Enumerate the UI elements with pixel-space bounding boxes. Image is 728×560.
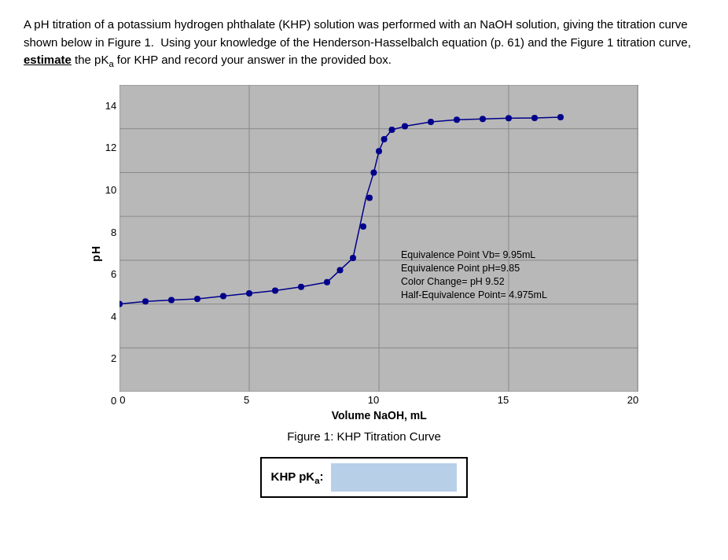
y-axis-label: pH: [90, 245, 102, 262]
svg-text:Half-Equivalence Point= 4.975m: Half-Equivalence Point= 4.975mL: [401, 289, 547, 300]
answer-label: KHP pKa:: [271, 470, 324, 485]
titration-chart: Equivalence Point Vb= 9.95mL Equivalence…: [119, 85, 638, 392]
y-axis-ticks: 14 12 10 8 6 4 2 0: [105, 100, 119, 407]
svg-point-16: [142, 298, 149, 304]
svg-point-36: [506, 115, 512, 121]
intro-text-main: A pH titration of a potassium hydrogen p…: [24, 17, 691, 66]
svg-point-31: [389, 127, 395, 133]
svg-point-20: [246, 290, 252, 297]
estimate-word: estimate: [24, 53, 72, 66]
svg-point-29: [376, 148, 382, 154]
plot-wrapper: Equivalence Point Vb= 9.95mL Equivalence…: [119, 85, 638, 422]
x-axis-label: Volume NaOH, mL: [119, 409, 638, 422]
svg-point-34: [454, 116, 460, 123]
svg-point-33: [428, 119, 434, 125]
svg-point-23: [324, 279, 330, 286]
answer-input-field[interactable]: [331, 463, 457, 492]
svg-point-35: [480, 116, 486, 122]
svg-point-24: [337, 267, 344, 273]
svg-text:Equivalence Point Vb= 9.95mL: Equivalence Point Vb= 9.95mL: [401, 249, 535, 260]
svg-point-37: [531, 115, 538, 121]
chart-area: pH 14 12 10 8 6 4 2 0: [90, 85, 638, 422]
svg-point-18: [194, 296, 200, 302]
svg-point-25: [350, 255, 356, 261]
svg-text:Equivalence Point pH=9.85: Equivalence Point pH=9.85: [401, 263, 520, 274]
svg-point-19: [220, 293, 226, 299]
svg-point-26: [360, 223, 366, 230]
figure-caption: Figure 1: KHP Titration Curve: [24, 429, 704, 443]
svg-point-32: [402, 123, 408, 129]
svg-point-27: [366, 194, 373, 201]
svg-point-22: [298, 284, 304, 290]
x-axis-ticks: 0 5 10 15 20: [119, 392, 638, 406]
intro-paragraph: A pH titration of a potassium hydrogen p…: [24, 16, 700, 71]
chart-container: pH 14 12 10 8 6 4 2 0: [24, 85, 704, 422]
svg-point-17: [168, 297, 175, 303]
svg-point-30: [381, 136, 388, 142]
svg-point-28: [371, 169, 377, 175]
svg-point-38: [557, 114, 564, 120]
answer-box-container: KHP pKa:: [24, 457, 704, 498]
svg-point-21: [272, 287, 278, 293]
svg-text:Color Change= pH 9.52: Color Change= pH 9.52: [401, 276, 505, 287]
answer-box: KHP pKa:: [260, 457, 469, 498]
